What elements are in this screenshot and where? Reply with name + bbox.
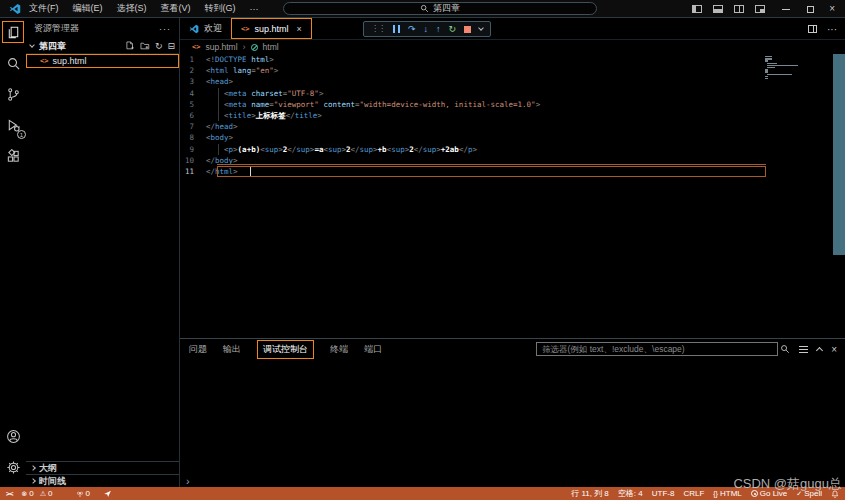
run-debug-icon[interactable]: 1 [2, 114, 24, 136]
breadcrumb-file[interactable]: sup.html [205, 42, 237, 52]
maximize-panel-icon[interactable] [816, 347, 823, 354]
restore-button[interactable] [807, 6, 814, 13]
cursor-position[interactable]: 行 11, 列 8 [571, 488, 609, 499]
code-line-2[interactable]: 2<html lang="en"> [180, 65, 845, 76]
menu-item-2[interactable]: 选择(S) [117, 2, 147, 15]
explorer-sidebar: 资源管理器 ··· 第四章 ↻ ⊟ <> sup.html 大纲 [26, 18, 180, 487]
line-number: 11 [180, 166, 206, 177]
debug-stop-icon[interactable] [464, 26, 471, 33]
current-line-highlight [217, 166, 766, 177]
menu-item-4[interactable]: 转到(G) [205, 2, 236, 15]
code-line-8[interactable]: 8<body> [180, 132, 845, 143]
code-line-1[interactable]: 1<!DOCTYPE html> [180, 54, 845, 65]
notifications-bell[interactable] [831, 490, 839, 498]
code-line-6[interactable]: 6 <title>上标标签</title> [180, 110, 845, 121]
minimap-line [765, 78, 768, 79]
indentation[interactable]: 空格: 4 [618, 488, 643, 499]
bottom-panel: 问题输出调试控制台终端端口 × › [180, 338, 845, 487]
problems-indicator[interactable]: ⊗ 0 ⚠ 0 [21, 489, 52, 498]
new-folder-icon[interactable] [140, 41, 150, 51]
file-item-sup-html[interactable]: <> sup.html [26, 54, 179, 68]
activity-bar: 1 [0, 18, 26, 487]
line-number: 2 [180, 65, 206, 76]
debug-toolbar: ⋮⋮ ↷ ↓ ↑ ↻ [363, 21, 491, 37]
panel-tab-2[interactable]: 调试控制台 [257, 340, 314, 359]
drag-handle-icon[interactable]: ⋮⋮ [371, 22, 385, 36]
debug-console-input[interactable]: › [180, 474, 845, 487]
tab-close-icon[interactable]: × [296, 24, 301, 34]
radio-tower-icon [76, 490, 84, 498]
indent-guide [218, 88, 219, 99]
collapse-all-icon[interactable]: ⊟ [167, 41, 175, 51]
debug-step-into-icon[interactable]: ↓ [424, 22, 429, 36]
html-file-icon: <> [40, 57, 48, 65]
code-line-7[interactable]: 7</head> [180, 121, 845, 132]
close-panel-icon[interactable]: × [831, 344, 837, 355]
debug-restart-icon[interactable]: ↻ [449, 22, 457, 36]
language-mode[interactable]: {} HTML [713, 489, 741, 498]
menu-item-0[interactable]: 文件(F) [29, 2, 59, 15]
breadcrumb: <> sup.html › html [180, 40, 845, 54]
indent-guide [218, 144, 219, 155]
split-editor-icon[interactable] [808, 25, 817, 33]
code-editor[interactable]: 1<!DOCTYPE html>2<html lang="en">3<head>… [180, 54, 845, 338]
toggle-secondary-sidebar-icon[interactable] [734, 5, 744, 13]
line-number: 10 [180, 155, 206, 166]
minimize-button[interactable] [782, 9, 790, 10]
encoding[interactable]: UTF-8 [652, 489, 675, 498]
menu-item-3[interactable]: 查看(V) [161, 2, 191, 15]
customize-layout-icon[interactable] [755, 5, 765, 13]
go-live-button[interactable]: Go Live [751, 489, 788, 498]
timeline-section[interactable]: 时间线 [26, 474, 179, 487]
code-line-3[interactable]: 3<head> [180, 76, 845, 87]
tab-welcome[interactable]: 欢迎 [180, 18, 231, 39]
account-icon[interactable] [2, 425, 24, 447]
spell-checker[interactable]: ✓ Spell [796, 489, 822, 498]
debug-step-over-icon[interactable]: ↷ [408, 22, 416, 36]
code-line-5[interactable]: 5 <meta name="viewport" content="width=d… [180, 99, 845, 110]
remote-indicator[interactable]: >< [6, 490, 12, 498]
close-button[interactable]: × [829, 0, 835, 18]
code-line-9[interactable]: 9 <p>(a+b)<sup>2</sup>=a<sup>2</sup>+b<s… [180, 144, 845, 155]
panel-tab-0[interactable]: 问题 [189, 343, 207, 356]
panel-tab-4[interactable]: 端口 [364, 343, 382, 356]
extensions-icon[interactable] [2, 145, 24, 167]
feedback-indicator[interactable] [103, 489, 112, 498]
debug-console-filter-input[interactable] [536, 342, 778, 356]
sidebar-title: 资源管理器 [34, 22, 79, 35]
folder-section-header[interactable]: 第四章 ↻ ⊟ [26, 39, 179, 54]
editor-more-actions-icon[interactable]: ··· [827, 24, 837, 35]
new-file-icon[interactable] [125, 41, 135, 51]
source-control-icon[interactable] [2, 83, 24, 105]
eol-sequence[interactable]: CRLF [683, 489, 704, 498]
debug-pause-icon[interactable] [393, 25, 400, 33]
toggle-panel-icon[interactable] [713, 5, 723, 13]
chevron-down-icon[interactable] [478, 25, 484, 31]
explorer-icon[interactable] [2, 21, 24, 43]
tab-sup-html[interactable]: <> sup.html × [231, 18, 312, 39]
menu-item-5[interactable]: ··· [250, 4, 259, 14]
panel-tab-3[interactable]: 终端 [330, 343, 348, 356]
search-sidebar-icon[interactable] [2, 52, 24, 74]
line-number: 6 [180, 110, 206, 121]
vertical-scrollbar[interactable] [833, 54, 845, 255]
toggle-sidebar-icon[interactable] [692, 5, 702, 13]
sidebar-more-actions-icon[interactable]: ··· [159, 24, 171, 34]
command-center-search[interactable]: 第四章 [283, 2, 597, 15]
clear-console-icon[interactable] [799, 346, 808, 353]
error-icon: ⊗ [21, 490, 27, 498]
menu-item-1[interactable]: 编辑(E) [73, 2, 103, 15]
filter-search-icon[interactable] [780, 344, 790, 354]
warning-count: 0 [48, 489, 52, 498]
breadcrumb-symbol[interactable]: html [263, 42, 279, 52]
ports-indicator[interactable]: 0 [76, 489, 90, 498]
search-value: 第四章 [433, 2, 460, 15]
chevron-right-icon [30, 478, 36, 484]
refresh-icon[interactable]: ↻ [155, 41, 163, 51]
file-name: sup.html [52, 56, 86, 66]
debug-step-out-icon[interactable]: ↑ [436, 22, 441, 36]
outline-section[interactable]: 大纲 [26, 461, 179, 474]
settings-gear-icon[interactable] [2, 456, 24, 478]
panel-tab-1[interactable]: 输出 [223, 343, 241, 356]
code-line-4[interactable]: 4 <meta charset="UTF-8"> [180, 88, 845, 99]
